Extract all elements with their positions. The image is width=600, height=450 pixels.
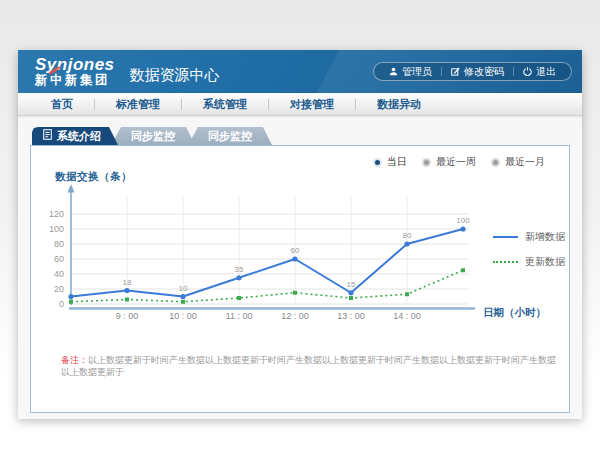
app-window: Synjones 新中新集团 数据资源中心 管理员 修改密码 xyxy=(18,50,582,418)
brand-logo-cn: 新中新集团 xyxy=(35,74,115,88)
filter-label: 最近一周 xyxy=(436,155,476,169)
user-toolbar: 管理员 修改密码 退出 xyxy=(373,62,572,81)
svg-text:11 : 00: 11 : 00 xyxy=(226,311,253,321)
nav-item-data-change[interactable]: 数据异动 xyxy=(356,97,442,112)
svg-text:15: 15 xyxy=(347,280,356,289)
svg-text:60: 60 xyxy=(54,254,64,264)
line-swatch-dotted xyxy=(493,261,518,263)
radio-icon xyxy=(422,158,431,167)
chart-legend: 新增数据 更新数据 xyxy=(493,230,565,269)
tab-bar: 系统介绍 同步监控 同步监控 xyxy=(18,116,582,145)
filter-last-month[interactable]: 最近一月 xyxy=(491,155,545,169)
footnote-label: 备注： xyxy=(61,355,88,365)
legend-label: 新增数据 xyxy=(525,230,565,244)
change-password-label: 修改密码 xyxy=(464,65,504,79)
content-area: 系统介绍 同步监控 同步监控 当日 最近一周 xyxy=(18,116,582,419)
radio-icon xyxy=(491,158,500,167)
brand-logo-en: Synjones xyxy=(35,56,115,74)
nav-item-interface-mgmt[interactable]: 对接管理 xyxy=(269,97,355,112)
chart-panel: 当日 最近一周 最近一月 数据交换（条） 0204060801001209 : … xyxy=(30,145,570,413)
tab-label: 同步监控 xyxy=(208,127,252,145)
svg-text:80: 80 xyxy=(54,239,64,249)
svg-text:10: 10 xyxy=(179,284,188,293)
edit-icon xyxy=(451,67,460,76)
current-user-button[interactable]: 管理员 xyxy=(380,65,441,79)
tab-system-intro[interactable]: 系统介绍 xyxy=(32,127,118,145)
svg-text:40: 40 xyxy=(54,269,64,279)
svg-text:80: 80 xyxy=(403,231,412,240)
tab-sync-monitor-1[interactable]: 同步监控 xyxy=(111,127,195,145)
tab-label: 系统介绍 xyxy=(57,127,101,145)
logout-button[interactable]: 退出 xyxy=(514,65,565,79)
legend-item-updated-data[interactable]: 更新数据 xyxy=(493,255,565,269)
legend-item-new-data[interactable]: 新增数据 xyxy=(493,230,565,244)
svg-text:0: 0 xyxy=(59,299,64,309)
page-title: 数据资源中心 xyxy=(130,58,220,85)
nav-item-home[interactable]: 首页 xyxy=(30,97,94,112)
svg-text:13 : 00: 13 : 00 xyxy=(337,311,365,321)
svg-text:100: 100 xyxy=(456,216,470,225)
change-password-button[interactable]: 修改密码 xyxy=(442,65,513,79)
footnote: 备注：以上数据更新于时间产生数据以上数据更新于时间产生数据以上数据更新于时间产生… xyxy=(61,354,557,378)
svg-text:35: 35 xyxy=(235,265,244,274)
x-axis-title: 日期（小时） xyxy=(483,306,546,320)
legend-label: 更新数据 xyxy=(525,255,565,269)
svg-text:18: 18 xyxy=(123,278,132,287)
tab-sync-monitor-2[interactable]: 同步监控 xyxy=(188,127,272,145)
y-axis-title: 数据交换（条） xyxy=(55,170,132,184)
filter-today[interactable]: 当日 xyxy=(373,155,407,169)
radio-icon xyxy=(373,158,382,167)
svg-text:120: 120 xyxy=(49,209,64,219)
svg-text:60: 60 xyxy=(291,246,300,255)
current-user-label: 管理员 xyxy=(402,65,432,79)
svg-text:10 : 00: 10 : 00 xyxy=(169,311,197,321)
filter-label: 当日 xyxy=(387,155,407,169)
user-icon xyxy=(389,67,398,76)
svg-text:14 : 00: 14 : 00 xyxy=(393,311,421,321)
filter-last-week[interactable]: 最近一周 xyxy=(422,155,476,169)
app-header: Synjones 新中新集团 数据资源中心 管理员 修改密码 xyxy=(18,50,582,93)
main-nav: 首页 标准管理 系统管理 对接管理 数据异动 xyxy=(18,93,582,116)
filter-label: 最近一月 xyxy=(505,155,545,169)
brand-logo: Synjones 新中新集团 xyxy=(35,56,115,88)
nav-item-system-mgmt[interactable]: 系统管理 xyxy=(182,97,268,112)
logout-label: 退出 xyxy=(536,65,556,79)
svg-text:12 : 00: 12 : 00 xyxy=(281,311,309,321)
svg-text:9 : 00: 9 : 00 xyxy=(116,311,139,321)
nav-item-standard-mgmt[interactable]: 标准管理 xyxy=(95,97,181,112)
line-swatch-solid xyxy=(493,236,518,238)
svg-text:100: 100 xyxy=(49,224,64,234)
power-icon xyxy=(523,67,532,76)
svg-text:20: 20 xyxy=(54,284,64,294)
period-filter-group: 当日 最近一周 最近一月 xyxy=(373,155,545,169)
tab-label: 同步监控 xyxy=(131,127,175,145)
footnote-text: 以上数据更新于时间产生数据以上数据更新于时间产生数据以上数据更新于时间产生数据以… xyxy=(61,355,556,377)
document-icon xyxy=(43,127,52,145)
